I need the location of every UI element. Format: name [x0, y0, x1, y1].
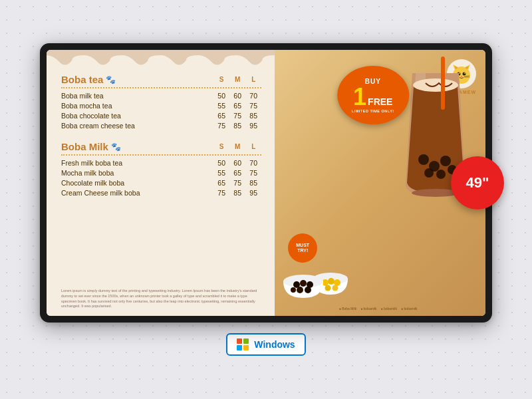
price-l: 75 [245, 169, 261, 177]
price-s: 65 [213, 179, 229, 187]
price-l: 70 [245, 159, 261, 167]
social-link-3: ● bobamilk [381, 307, 397, 311]
item-prices: 55 65 75 [213, 102, 261, 110]
section-boba-tea: Boba tea 🐾 S M L Boba milk tea [61, 74, 261, 132]
section-boba-milk: Boba Milk 🐾 S M L Fresh milk boba tea [61, 141, 261, 199]
svg-point-29 [291, 287, 296, 293]
item-prices: 50 60 70 [213, 159, 261, 167]
price-m: 60 [229, 92, 245, 100]
item-prices: 55 65 75 [213, 169, 261, 177]
column-headers-boba-tea: S M L [213, 76, 261, 83]
menu-item-boba-milk-tea: Boba milk tea 50 60 70 [61, 92, 261, 100]
price-l: 85 [245, 112, 261, 120]
svg-point-20 [436, 170, 446, 179]
price-s: 55 [213, 169, 229, 177]
price-m: 65 [229, 102, 245, 110]
svg-point-28 [305, 287, 311, 293]
size-label: 49" [466, 174, 489, 192]
windows-label: Windows [254, 339, 295, 350]
buy-free-circle: BUY 1 FREE LIMITED TIME ONLY! [337, 66, 409, 124]
drip-decoration [47, 50, 275, 68]
paw-icon-boba-tea: 🐾 [106, 75, 116, 84]
paw-icon-boba-milk: 🐾 [111, 142, 121, 152]
win-tile-green [243, 338, 249, 344]
price-l: 85 [245, 179, 261, 187]
free-number: 1 [353, 85, 366, 109]
price-l: 70 [245, 92, 261, 100]
menu-item-boba-cream-cheese-tea: Boba cream cheese tea 75 85 95 [61, 122, 261, 130]
menu-item-cream-cheese-milk-boba: Cream Cheese milk boba 75 85 95 [61, 189, 261, 197]
svg-point-16 [418, 154, 429, 165]
svg-point-33 [334, 279, 340, 286]
section-gap [61, 132, 261, 138]
size-badge: 49" [451, 156, 504, 209]
must-try-text: MUST TRY! [293, 243, 312, 254]
win-tile-blue [237, 345, 242, 350]
col-l-label-2: L [245, 143, 261, 150]
section-title-boba-milk: Boba Milk [61, 141, 108, 152]
price-m: 85 [229, 189, 245, 197]
social-link-1: ● Boba Milk [339, 307, 356, 311]
item-name: Boba cream cheese tea [61, 122, 213, 130]
svg-point-35 [332, 285, 338, 291]
monitor-frame: Boba tea 🐾 S M L Boba milk tea [40, 43, 492, 323]
item-prices: 75 85 95 [213, 122, 261, 130]
windows-icon [237, 338, 249, 350]
item-name: Boba milk tea [61, 92, 213, 100]
item-prices: 65 75 85 [213, 179, 261, 187]
item-name: Fresh milk boba tea [61, 159, 213, 167]
black-pearls-bowl [280, 265, 327, 304]
col-m-label: M [229, 76, 245, 83]
svg-point-19 [424, 168, 434, 178]
svg-point-32 [328, 278, 334, 285]
windows-badge[interactable]: Windows [226, 333, 305, 356]
svg-point-18 [440, 156, 451, 166]
price-m: 85 [229, 122, 245, 130]
section-boba-tea-header: Boba tea 🐾 S M L [61, 74, 261, 85]
section-divider-1 [61, 87, 261, 88]
black-pearls-svg [280, 265, 327, 301]
social-links: ● Boba Milk ● bobamilk ● bobamilk ● boba… [275, 307, 481, 311]
buy-text: BUY [365, 78, 381, 85]
social-link-4: ● bobamilk [401, 307, 417, 311]
item-prices: 50 60 70 [213, 92, 261, 100]
price-s: 75 [213, 122, 229, 130]
price-s: 50 [213, 159, 229, 167]
item-name: Chocolate milk boba [61, 179, 213, 187]
section-title-group: Boba tea 🐾 [61, 74, 116, 85]
price-l: 95 [245, 189, 261, 197]
free-number-group: 1 FREE [353, 85, 392, 109]
price-m: 75 [229, 112, 245, 120]
col-s-label-2: S [213, 143, 229, 150]
limited-text: LIMITED TIME ONLY! [352, 109, 394, 113]
price-m: 65 [229, 169, 245, 177]
footer-text: Lorem ipsum is simply dummy text of the … [61, 285, 261, 309]
must-try-badge: MUST TRY! [288, 233, 317, 263]
svg-rect-15 [441, 57, 445, 110]
menu-item-boba-chocolate-tea: Boba chocolate tea 65 75 85 [61, 112, 261, 120]
price-s: 65 [213, 112, 229, 120]
section-title-boba-tea: Boba tea [61, 74, 103, 85]
col-s-label: S [213, 76, 229, 83]
col-l-label: L [245, 76, 261, 83]
price-l: 95 [245, 122, 261, 130]
menu-item-boba-mocha-tea: Boba mocha tea 55 65 75 [61, 102, 261, 110]
win-tile-yellow [243, 345, 249, 350]
price-s: 50 [213, 92, 229, 100]
menu-item-chocolate-milk-boba: Chocolate milk boba 65 75 85 [61, 179, 261, 187]
menu-item-fresh-milk-boba: Fresh milk boba tea 50 60 70 [61, 159, 261, 167]
menu-item-mocha-milk-boba: Mocha milk boba 55 65 75 [61, 169, 261, 177]
item-name: Cream Cheese milk boba [61, 189, 213, 197]
column-headers-boba-milk: S M L [213, 143, 261, 150]
price-m: 60 [229, 159, 245, 167]
section-divider-2 [61, 154, 261, 156]
section-title-group-2: Boba Milk 🐾 [61, 141, 121, 152]
price-m: 75 [229, 179, 245, 187]
item-name: Boba chocolate tea [61, 112, 213, 120]
page-wrapper: Boba tea 🐾 S M L Boba milk tea [40, 43, 492, 356]
social-link-2: ● bobamilk [360, 307, 376, 311]
item-name: Mocha milk boba [61, 169, 213, 177]
win-tile-red [237, 338, 242, 344]
price-s: 55 [213, 102, 229, 110]
col-m-label-2: M [229, 143, 245, 150]
